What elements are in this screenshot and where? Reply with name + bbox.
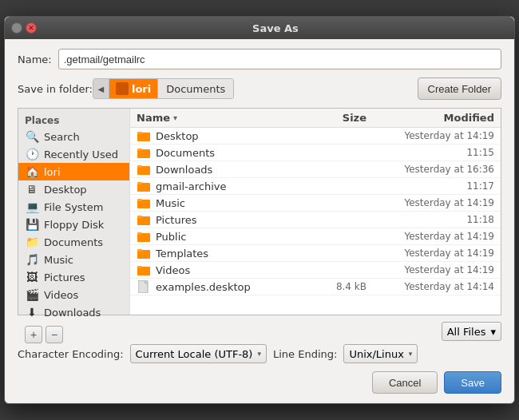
- home-icon: 🏠: [25, 165, 39, 178]
- file-name: Desktop: [156, 130, 311, 142]
- encoding-row: Character Encoding: Current Locale (UTF-…: [18, 344, 501, 363]
- line-ending-dropdown[interactable]: Unix/Linux ▾: [343, 344, 418, 363]
- folder-icon: [137, 163, 151, 176]
- sidebar-item-downloads-label: Downloads: [44, 307, 101, 319]
- sidebar-item-recently-used[interactable]: 🕐 Recently Used: [18, 145, 129, 163]
- dialog-body: Name: Save in folder: ◀ lori Documents C: [5, 39, 514, 403]
- file-icon: [137, 280, 151, 293]
- sidebar-remove-button[interactable]: −: [46, 326, 63, 343]
- file-name: Pictures: [156, 214, 311, 226]
- svg-rect-5: [137, 149, 142, 151]
- column-name[interactable]: Name ▾: [137, 112, 311, 124]
- svg-rect-2: [137, 132, 142, 134]
- svg-rect-14: [137, 199, 142, 201]
- sidebar-item-desktop-label: Desktop: [44, 184, 87, 196]
- encoding-value: Current Locale (UTF-8): [136, 348, 253, 360]
- floppy-disk-icon: 💾: [25, 218, 39, 231]
- column-modified[interactable]: Modified: [366, 112, 494, 124]
- file-list: Name ▾ Size Modified DesktopYesterday at…: [130, 109, 501, 315]
- sidebar-add-button[interactable]: +: [25, 326, 42, 343]
- breadcrumb-folder-name: lori: [132, 83, 151, 95]
- table-row[interactable]: DownloadsYesterday at 16:36: [130, 161, 501, 178]
- sidebar-item-search[interactable]: 🔍 Search: [18, 128, 129, 145]
- sidebar-item-file-system[interactable]: 💻 File System: [18, 198, 129, 216]
- sidebar-item-lori[interactable]: 🏠 lori: [18, 163, 129, 180]
- table-row[interactable]: Pictures11:18: [130, 212, 501, 228]
- table-row[interactable]: DesktopYesterday at 14:19: [130, 128, 501, 145]
- column-name-label: Name: [137, 112, 170, 124]
- column-size[interactable]: Size: [311, 112, 366, 124]
- window-controls: ✕: [11, 22, 37, 34]
- table-row[interactable]: TemplatesYesterday at 14:19: [130, 245, 501, 262]
- breadcrumb-back[interactable]: ◀: [93, 78, 109, 99]
- file-modified: Yesterday at 14:19: [366, 197, 494, 208]
- line-ending-arrow-icon: ▾: [409, 350, 413, 358]
- name-row: Name:: [18, 49, 501, 69]
- table-row[interactable]: examples.desktop8.4 kBYesterday at 14:14: [130, 279, 501, 295]
- folder-row: Save in folder: ◀ lori Documents Create …: [18, 77, 501, 100]
- folder-icon: [137, 263, 151, 276]
- sidebar-item-downloads[interactable]: ⬇ Downloads: [18, 303, 129, 321]
- sidebar-item-lori-label: lori: [44, 166, 61, 178]
- sidebar-item-floppy-disk[interactable]: 💾 Floppy Disk: [18, 216, 129, 233]
- sidebar-item-documents[interactable]: 📁 Documents: [18, 233, 129, 251]
- main-area: Places 🔍 Search 🕐 Recently Used 🏠 lori 🖥…: [18, 108, 501, 315]
- svg-rect-8: [137, 165, 142, 168]
- sidebar-section-title: Places: [18, 112, 129, 128]
- sidebar-item-desktop[interactable]: 🖥 Desktop: [18, 180, 129, 198]
- encoding-label: Character Encoding:: [18, 348, 124, 360]
- table-row[interactable]: VideosYesterday at 14:19: [130, 262, 501, 279]
- file-name: Videos: [156, 264, 311, 276]
- sidebar-item-search-label: Search: [44, 131, 80, 143]
- svg-rect-17: [137, 216, 142, 218]
- file-system-icon: 💻: [25, 200, 39, 213]
- sidebar-item-documents-label: Documents: [44, 236, 103, 248]
- sidebar-item-music[interactable]: 🎵 Music: [18, 251, 129, 268]
- sidebar-item-recently-used-label: Recently Used: [44, 149, 118, 160]
- search-icon: 🔍: [25, 130, 39, 143]
- table-row[interactable]: gmail-archive11:17: [130, 178, 501, 195]
- line-ending-label: Line Ending:: [273, 348, 337, 360]
- file-modified: Yesterday at 14:19: [366, 231, 494, 242]
- close-button[interactable]: ✕: [26, 22, 37, 34]
- column-modified-label: Modified: [444, 112, 494, 124]
- sidebar-item-videos[interactable]: 🎬 Videos: [18, 286, 129, 303]
- all-files-dropdown[interactable]: All Files ▾: [442, 322, 501, 341]
- minimize-button[interactable]: [11, 22, 22, 34]
- breadcrumb-current-folder[interactable]: lori: [109, 78, 157, 99]
- name-input[interactable]: [58, 49, 501, 69]
- create-folder-button[interactable]: Create Folder: [418, 77, 501, 100]
- sort-arrow-icon: ▾: [173, 113, 177, 122]
- desktop-icon: 🖥: [25, 183, 39, 196]
- svg-rect-20: [137, 232, 142, 235]
- table-row[interactable]: PublicYesterday at 14:19: [130, 228, 501, 245]
- save-button[interactable]: Save: [444, 371, 501, 394]
- file-name: gmail-archive: [156, 180, 311, 192]
- table-row[interactable]: MusicYesterday at 14:19: [130, 195, 501, 212]
- downloads-icon: ⬇: [25, 306, 39, 319]
- sidebar-item-pictures[interactable]: 🖼 Pictures: [18, 268, 129, 286]
- file-modified: Yesterday at 16:36: [366, 164, 494, 175]
- file-modified: 11:18: [366, 214, 494, 225]
- name-label: Name:: [18, 53, 52, 65]
- encoding-dropdown[interactable]: Current Locale (UTF-8) ▾: [130, 344, 267, 363]
- back-arrow-icon: ◀: [98, 85, 105, 93]
- cancel-button[interactable]: Cancel: [372, 371, 438, 394]
- action-row: Cancel Save: [18, 371, 501, 394]
- music-icon: 🎵: [25, 253, 39, 266]
- file-modified: Yesterday at 14:14: [366, 281, 494, 292]
- all-files-label: All Files: [447, 326, 486, 338]
- videos-icon: 🎬: [25, 288, 39, 301]
- file-name: Templates: [156, 248, 311, 260]
- dialog-title: Save As: [43, 22, 508, 34]
- line-ending-value: Unix/Linux: [349, 348, 403, 360]
- save-as-dialog: ✕ Save As Name: Save in folder: ◀ lori: [4, 16, 515, 404]
- file-modified: Yesterday at 14:19: [366, 130, 494, 141]
- sidebar: Places 🔍 Search 🕐 Recently Used 🏠 lori 🖥…: [18, 109, 130, 315]
- pictures-icon: 🖼: [25, 271, 39, 283]
- encoding-arrow-icon: ▾: [257, 350, 261, 358]
- breadcrumb-docs-label: Documents: [166, 83, 225, 95]
- breadcrumb-documents[interactable]: Documents: [158, 78, 233, 99]
- table-row[interactable]: Documents11:15: [130, 145, 501, 161]
- file-modified: 11:17: [366, 180, 494, 192]
